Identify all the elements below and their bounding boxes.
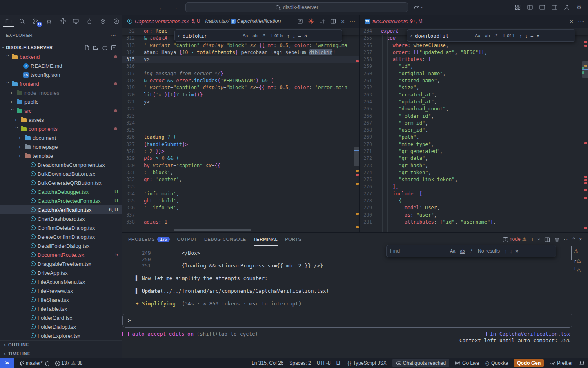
code-line[interactable]: 268"user_id", bbox=[360, 127, 588, 134]
terminal-find-widget[interactable]: Find Aa ab .* No results ↑ ↓ × bbox=[386, 245, 556, 257]
code-line[interactable]: 330hy variant="caption" sx={{ bbox=[122, 162, 359, 169]
nav-forward-icon[interactable]: → bbox=[172, 4, 178, 11]
status-qodo-gen[interactable]: Qodo Gen bbox=[514, 359, 544, 367]
panel-tab-terminal[interactable]: TERMINAL bbox=[254, 233, 278, 246]
next-match-icon[interactable]: ↓ bbox=[525, 33, 528, 39]
code-line[interactable]: 260"original_name", bbox=[360, 70, 588, 77]
code-line[interactable]: 267"form_id", bbox=[360, 120, 588, 127]
tree-item-folderexplorer-tsx[interactable]: FolderExplorer.tsx bbox=[0, 331, 122, 340]
code-line[interactable]: 323 bbox=[122, 113, 359, 120]
find-input[interactable]: Find bbox=[390, 248, 446, 254]
horizontal-scrollbar[interactable] bbox=[174, 229, 251, 231]
code-line[interactable]: 261"stored_name", bbox=[360, 77, 588, 84]
toggle-panel-icon[interactable] bbox=[539, 4, 546, 11]
status-utf-8[interactable]: UTF-8 bbox=[317, 360, 331, 366]
code-line[interactable]: 317ing message from server */} bbox=[122, 70, 359, 77]
warning-icon[interactable]: ⚠ bbox=[577, 267, 581, 273]
code-line[interactable]: 273"qr_hash", bbox=[360, 162, 588, 169]
code-line[interactable]: 264"updated_at", bbox=[360, 99, 588, 105]
prev-match-icon[interactable]: ↑ bbox=[519, 33, 522, 39]
tree-item-filepreview-tsx[interactable]: FilePreview.tsx bbox=[0, 286, 122, 295]
next-match-icon[interactable]: ↓ bbox=[293, 33, 296, 39]
tree-item-components[interactable]: ›components bbox=[0, 124, 122, 133]
tree-item-captchaverification-tsx[interactable]: CaptchaVerification.tsx6, U bbox=[0, 205, 122, 214]
code-line[interactable]: 263"created_at", bbox=[360, 92, 588, 99]
open-changes-icon[interactable] bbox=[297, 18, 303, 25]
code-line[interactable]: 265"download_count", bbox=[360, 105, 588, 112]
regex-icon[interactable]: .* bbox=[469, 248, 473, 254]
breadcrumb[interactable]: ication.tsx/ {} CaptchaVerification bbox=[205, 18, 281, 24]
code-line[interactable]: 266"folder_id", bbox=[360, 113, 588, 120]
terminal-scrollbar[interactable] bbox=[571, 246, 572, 260]
prev-match-icon[interactable]: ↑ bbox=[504, 248, 507, 254]
workspace-section-header[interactable]: › DISDIK-FILESERVER bbox=[0, 43, 122, 52]
code-line[interactable]: 320lit('⚠')[1]?.trim()} bbox=[122, 92, 359, 99]
code-line[interactable]: 316 bbox=[122, 63, 359, 70]
copilot-menu[interactable]: › bbox=[414, 4, 422, 11]
code-line[interactable]: 274"qr_token", bbox=[360, 169, 588, 176]
collapse-all-icon[interactable] bbox=[111, 45, 116, 50]
nav-back-icon[interactable]: ← bbox=[158, 4, 165, 11]
refresh-icon[interactable] bbox=[102, 45, 107, 50]
code-line[interactable]: 276], bbox=[360, 184, 588, 191]
status-spaces-2[interactable]: Spaces: 2 bbox=[289, 360, 311, 366]
maximize-panel-icon[interactable]: ^ bbox=[572, 236, 575, 242]
more-actions-icon[interactable]: ⋯ bbox=[578, 18, 584, 25]
sync-changes-icon[interactable] bbox=[319, 18, 325, 25]
code-line[interactable]: 275"shared_link_token", bbox=[360, 176, 588, 183]
tree-item-deleteconfirmdialog-tsx[interactable]: DeleteConfirmDialog.tsx bbox=[0, 232, 122, 241]
tree-item-homepage[interactable]: ›homepage bbox=[0, 142, 122, 151]
code-line[interactable]: 257order: [["updated_at", "DESC"]], bbox=[360, 49, 588, 56]
tree-item-fileactionsmenu-tsx[interactable]: FileActionsMenu.tsx bbox=[0, 277, 122, 286]
code-line[interactable]: 334'info.main', bbox=[122, 191, 359, 197]
auto-accept-status[interactable]: auto-accept edits on (shift+tab to cycle… bbox=[122, 331, 258, 344]
terminal-dropdown-icon[interactable]: › bbox=[536, 238, 542, 240]
find-expand-icon[interactable]: › bbox=[178, 33, 180, 38]
activity-search-icon[interactable] bbox=[17, 16, 27, 27]
close-panel-icon[interactable]: × bbox=[579, 236, 582, 242]
tree-item-assets[interactable]: ›assets bbox=[0, 115, 122, 124]
warning-icon[interactable]: ⚠ bbox=[577, 258, 581, 264]
whole-word-icon[interactable]: ab bbox=[252, 33, 258, 38]
remote-indicator[interactable]: >< bbox=[0, 358, 14, 368]
find-input[interactable]: downloadfil bbox=[415, 33, 471, 39]
split-terminal-icon[interactable] bbox=[544, 236, 550, 242]
tree-item-captchadebugger-tsx[interactable]: CaptchaDebugger.tsxU bbox=[0, 187, 122, 196]
code-line[interactable]: 269"path", bbox=[360, 134, 588, 141]
status-quokka[interactable]: ◎Quokka bbox=[485, 360, 508, 366]
panel-tab-problems[interactable]: PROBLEMS175 bbox=[128, 233, 170, 246]
scrollbar-thumb[interactable] bbox=[582, 61, 588, 78]
split-editor-icon[interactable] bbox=[330, 18, 336, 25]
settings-gear-icon[interactable]: ⚙ bbox=[576, 4, 582, 11]
code-line[interactable]: 331: 'block', bbox=[122, 169, 359, 176]
tree-item-filetable-tsx[interactable]: FileTable.tsx bbox=[0, 304, 122, 313]
overview-ruler[interactable] bbox=[582, 28, 588, 232]
find-widget[interactable]: › downloadfil Aa ab .* 1 of 1 ↑ ↓ ≡ × bbox=[407, 29, 575, 42]
tree-item-tsconfig-json[interactable]: TStsconfig.json bbox=[0, 70, 122, 79]
code-line[interactable]: 315y> bbox=[122, 56, 359, 63]
git-branch-status[interactable]: master* bbox=[19, 360, 49, 366]
status-typescript-jsx[interactable]: {}TypeScript JSX bbox=[348, 360, 387, 366]
code-line[interactable]: 326loading ? ( bbox=[122, 134, 359, 141]
tree-item-bulkdownloadbutton-tsx[interactable]: BulkDownloadButton.tsx bbox=[0, 169, 122, 178]
activity-remote-explorer-icon[interactable] bbox=[71, 16, 81, 27]
code-line[interactable]: 324 bbox=[122, 120, 359, 127]
panel-more-icon[interactable]: ⋯ bbox=[564, 236, 568, 242]
find-in-selection-icon[interactable]: ≡ bbox=[298, 33, 301, 39]
close-find-icon[interactable]: × bbox=[515, 248, 519, 254]
activity-explorer-icon[interactable] bbox=[3, 16, 14, 27]
tree-item-document[interactable]: ›document bbox=[0, 133, 122, 142]
code-line[interactable]: 277include: [ bbox=[360, 191, 588, 197]
panel-tab-output[interactable]: OUTPUT bbox=[177, 233, 197, 246]
claude-prompt-input[interactable]: > bbox=[122, 314, 572, 328]
activity-source-control-icon[interactable]: 19 bbox=[30, 16, 41, 27]
status-chat-quota-reached[interactable]: Chat quota reached bbox=[392, 359, 449, 367]
regex-icon[interactable]: .* bbox=[261, 33, 266, 38]
activity-thunder-client-icon[interactable] bbox=[111, 16, 122, 27]
editor-filecontroller[interactable]: 234export 255con256where: whereClause,25… bbox=[359, 28, 588, 232]
code-line[interactable]: 259"id", bbox=[360, 63, 588, 70]
tree-item-confirmdeletedialog-tsx[interactable]: ConfirmDeleteDialog.tsx bbox=[0, 223, 122, 232]
tree-item-backend[interactable]: ›backend bbox=[0, 52, 122, 61]
tree-item-public[interactable]: ›public bbox=[0, 97, 122, 106]
tree-item-driveapp-tsx[interactable]: DriveApp.tsx bbox=[0, 268, 122, 277]
